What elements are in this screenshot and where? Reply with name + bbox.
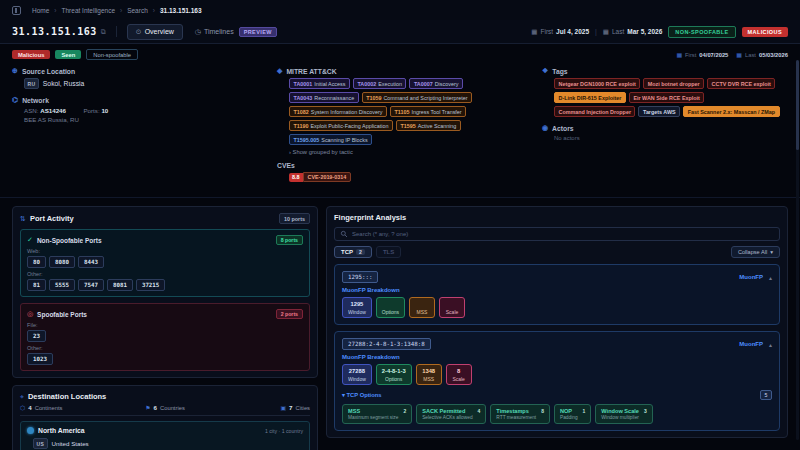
port-chip[interactable]: 8443 (78, 256, 104, 268)
chevron-up-icon[interactable]: ▴ (769, 274, 772, 281)
continent-icon (27, 427, 34, 434)
destination-locations-panel: ⌖ Destination Locations ⬡ 4Continents ⚑ … (12, 385, 318, 450)
tcp-options-toggle[interactable]: ▾ TCP Options (342, 392, 382, 398)
fingerprint-search-input[interactable] (352, 231, 774, 237)
destination-stats: ⬡ 4Continents ⚑ 6Countries ▣ 7Cities (20, 404, 310, 416)
divider: | (595, 28, 597, 35)
tcp-options-count-badge: 5 (760, 390, 772, 400)
breadcrumb-item-search[interactable]: Search (127, 7, 148, 14)
tag-icon: ❖ (542, 67, 548, 75)
web-ports-label: Web: (27, 248, 303, 254)
clock-icon: ◷ (195, 28, 201, 36)
ports-value: 10 (101, 107, 108, 114)
port-chip[interactable]: 7547 (78, 279, 104, 291)
cve-item: 8.8 CVE-2019-0314 (277, 172, 532, 182)
show-grouped-link[interactable]: › Show grouped by tactic (289, 149, 353, 155)
actors-block: ◉ Actors No actors (542, 124, 788, 141)
sidebar-toggle-icon[interactable] (12, 6, 21, 15)
continent-summary: 1 city · 1 country (265, 428, 303, 434)
tags-title: Tags (552, 68, 567, 75)
port-chip[interactable]: 23 (27, 330, 46, 342)
country-icon: ⚑ (145, 404, 150, 411)
mitre-chip[interactable]: T1595.005Scanning IP Blocks (289, 134, 372, 145)
country-row: US United States (27, 438, 303, 449)
spoofable-count-badge: 2 ports (276, 309, 303, 319)
muonfp-link[interactable]: MuonFP (739, 274, 763, 280)
network-block: ⌬ Network ASN: AS14246 Ports: 10 BEE AS … (12, 96, 267, 123)
tab-timelines-label: Timelines (204, 28, 234, 35)
tag-chip[interactable]: Eir WAN Side RCE Exploit (629, 92, 705, 103)
cves-title: CVEs (277, 162, 295, 169)
fingerprint-analysis-panel: Fingerprint Analysis TCP 2 TLS Collapse … (326, 206, 788, 438)
mitre-chip[interactable]: TA0043Reconnaissance (289, 92, 359, 103)
mitre-attack-block: ◈ MITRE ATT&CK TA0001Initial Access TA00… (277, 67, 532, 155)
tab-overview[interactable]: ⊙ Overview (127, 24, 183, 40)
source-location-title: Source Location (22, 68, 75, 75)
filter-chip-tcp[interactable]: TCP 2 (334, 246, 372, 258)
mitre-chip[interactable]: T1595Active Scanning (396, 120, 461, 131)
tcp-option-chip: NOPPadding 1 (554, 404, 591, 424)
muonfp-link[interactable]: MuonFP (739, 341, 763, 347)
window-chip: 27288Window (342, 364, 372, 385)
mitre-chip[interactable]: T1082System Information Discovery (289, 106, 387, 117)
options-chip: Options (376, 297, 405, 318)
tag-chip[interactable]: Fast Scanner 2.x: Masscan / ZMap (683, 106, 779, 117)
mitre-chip[interactable]: T1105Ingress Tool Transfer (390, 106, 466, 117)
location-pin-icon: ⌖ (20, 393, 24, 401)
calendar-icon: ▦ (603, 28, 609, 36)
network-icon: ⌬ (12, 96, 18, 104)
chevron-up-icon[interactable]: ▴ (769, 341, 772, 348)
destination-locations-title: Destination Locations (28, 392, 106, 401)
non-spoofable-ports-title: Non-Spoofable Ports (37, 237, 102, 244)
port-chip[interactable]: 80 (27, 256, 46, 268)
breakdown-title: MuonFP Breakdown (342, 354, 772, 360)
mitre-chip[interactable]: TA0001Initial Access (289, 78, 350, 89)
mitre-icon: ◈ (277, 67, 282, 75)
fingerprint-value-chip[interactable]: 27288:2-4-8-1-3:1348:8 (342, 338, 431, 350)
fingerprint-analysis-title: Fingerprint Analysis (334, 213, 406, 222)
calendar-icon: ▦ (531, 28, 537, 36)
file-ports-label: File: (27, 322, 303, 328)
tab-timelines[interactable]: ◷ Timelines PREVIEW (187, 24, 285, 40)
source-location-block: ⊕ Source Location RU Sokol, Russia (12, 67, 267, 89)
tag-chip[interactable]: Targets AWS (638, 106, 680, 117)
port-chip[interactable]: 1023 (27, 353, 53, 365)
breadcrumb-item-threat-intelligence[interactable]: Threat Intelligence (62, 7, 115, 14)
continent-name: North America (38, 427, 85, 434)
asn-value[interactable]: AS14246 (40, 107, 66, 114)
page-scrollbar[interactable] (796, 60, 799, 440)
port-chip[interactable]: 8080 (49, 256, 75, 268)
cve-id-chip[interactable]: CVE-2019-0314 (303, 172, 352, 182)
tag-chip[interactable]: Command Injection Dropper (554, 106, 635, 117)
scale-chip: Scale (439, 297, 465, 318)
scrollbar-thumb[interactable] (796, 60, 799, 150)
mitre-chip[interactable]: TA0007Discovery (409, 78, 462, 89)
non-spoofable-pill: NON-SPOOFABLE (668, 26, 735, 38)
search-icon (340, 230, 348, 238)
collapse-all-button[interactable]: Collapse All ▾ (731, 246, 780, 258)
mitre-chip[interactable]: TA0002Execution (353, 78, 406, 89)
overview-summary: ⊕ Source Location RU Sokol, Russia ⌬ Net… (0, 63, 800, 198)
fingerprint-card: 27288:2-4-8-1-3:1348:8 MuonFP ▴ MuonFP B… (334, 331, 780, 431)
last-seen-meta: ▦ LastMar 5, 2026 (603, 28, 663, 36)
tag-chip[interactable]: Mozi botnet dropper (643, 78, 704, 89)
flag-ru: RU (24, 78, 39, 89)
port-chip[interactable]: 5555 (49, 279, 75, 291)
shield-check-icon: ✓ (27, 236, 33, 244)
calendar-icon: ▦ (676, 51, 682, 58)
preview-badge: PREVIEW (239, 27, 277, 37)
fingerprint-value-chip[interactable]: 1295::: (342, 271, 378, 283)
port-chip[interactable]: 81 (27, 279, 46, 291)
actors-empty-text: No actors (542, 135, 788, 141)
copy-icon[interactable]: ⧉ (101, 28, 106, 36)
tag-chip[interactable]: Netgear DGN1000 RCE exploit (554, 78, 640, 89)
tag-chip[interactable]: D-Link DIR-615 Exploiter (554, 92, 626, 103)
breadcrumb-item-home[interactable]: Home (32, 7, 49, 14)
tcp-count-badge: 2 (356, 249, 365, 255)
fingerprint-card: 1295::: MuonFP ▴ MuonFP Breakdown 1295Wi… (334, 264, 780, 325)
port-chip[interactable]: 8081 (107, 279, 133, 291)
mitre-chip[interactable]: T1059Command and Scripting Interpreter (362, 92, 473, 103)
mitre-chip[interactable]: T1190Exploit Public-Facing Application (289, 120, 393, 131)
tag-chip[interactable]: CCTV DVR RCE exploit (707, 78, 775, 89)
port-chip[interactable]: 37215 (136, 279, 165, 291)
